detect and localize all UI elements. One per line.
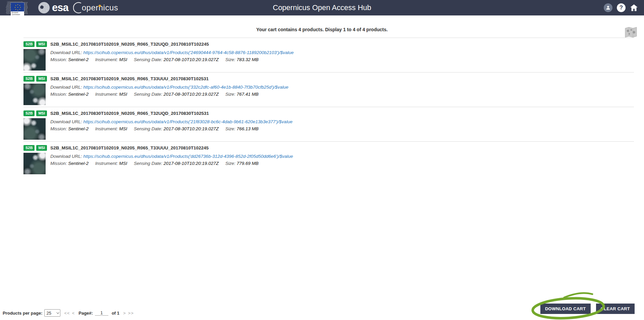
- question-mark-icon: ?: [620, 4, 623, 11]
- platform-badge: S2B: [23, 145, 35, 151]
- help-button[interactable]: ?: [617, 3, 626, 12]
- size-label: Size:: [225, 161, 235, 166]
- product-details: Download URL: https://scihub.copernicus.…: [50, 118, 292, 140]
- next-page-button[interactable]: >: [123, 311, 126, 316]
- product-details: Download URL: https://scihub.copernicus.…: [50, 153, 293, 174]
- product-header: S2B MSI S2B_MSIL1C_20170830T102019_N0205…: [23, 110, 634, 116]
- mission-value: Sentinel-2: [68, 92, 89, 97]
- instrument-label: Instrument:: [95, 161, 118, 166]
- download-url-label: Download URL:: [50, 85, 82, 90]
- instrument-badge: MSI: [36, 41, 47, 47]
- download-url-link[interactable]: https://scihub.copernicus.eu/dhus/odata/…: [83, 85, 288, 90]
- product-title: S2B_MSIL1C_20170810T102019_N0205_R065_T3…: [50, 145, 209, 150]
- platform-badge: S2B: [23, 41, 35, 47]
- page-title: Copernicus Open Access Hub: [273, 3, 371, 12]
- esa-logo-text: esa: [52, 2, 68, 14]
- sensing-date-label: Sensing Date:: [134, 57, 162, 62]
- cart-action-buttons: DOWNLOAD CART CLEAR CART: [540, 304, 635, 314]
- sensing-date-value: 2017-08-30T10:20:19.027Z: [164, 92, 219, 97]
- mission-value: Sentinel-2: [68, 161, 89, 166]
- product-title: S2B_MSIL1C_20170830T102019_N0205_R065_T3…: [50, 76, 209, 81]
- logo-group: European Commission esa opernicus: [6, 0, 118, 15]
- instrument-value: MSI: [119, 161, 127, 166]
- download-url-label: Download URL:: [50, 50, 82, 55]
- product-body: Download URL: https://scihub.copernicus.…: [23, 153, 634, 174]
- navbar-actions: ?: [604, 3, 638, 12]
- instrument-value: MSI: [119, 126, 127, 131]
- previous-page-button[interactable]: <: [72, 311, 75, 316]
- page-count-label: of 1: [112, 311, 119, 316]
- cart-summary-text: Your cart contains 4 products. Display 1…: [0, 15, 644, 32]
- instrument-value: MSI: [119, 92, 127, 97]
- sensing-date-label: Sensing Date:: [134, 126, 162, 131]
- home-icon: [630, 4, 638, 11]
- instrument-label: Instrument:: [95, 92, 118, 97]
- product-row: S2B MSI S2B_MSIL1C_20170830T102019_N0205…: [23, 107, 634, 141]
- page-number-input[interactable]: [95, 310, 108, 316]
- size-label: Size:: [225, 126, 235, 131]
- products-per-page-select[interactable]: 25: [44, 309, 60, 317]
- product-details: Download URL: https://scihub.copernicus.…: [50, 84, 288, 105]
- size-value: 779.69 MB: [236, 161, 258, 166]
- eu-logo-caption: European Commission: [11, 11, 24, 15]
- cart-footer: Products per page: 25 << < Page#: of 1 >…: [0, 303, 644, 320]
- size-label: Size:: [225, 92, 235, 97]
- mission-value: Sentinel-2: [68, 126, 89, 131]
- size-value: 767.41 MB: [236, 92, 258, 97]
- mission-value: Sentinel-2: [68, 57, 89, 62]
- download-cart-button[interactable]: DOWNLOAD CART: [540, 304, 591, 314]
- download-url-label: Download URL:: [50, 119, 82, 124]
- sensing-date-value: 2017-08-10T10:20:19.027Z: [164, 161, 219, 166]
- mission-label: Mission:: [50, 92, 67, 97]
- sensing-date-value: 2017-08-30T10:20:19.027Z: [164, 126, 219, 131]
- mission-label: Mission:: [50, 57, 67, 62]
- product-body: Download URL: https://scihub.copernicus.…: [23, 49, 634, 71]
- product-thumbnail: [23, 118, 46, 140]
- map-icon: [625, 27, 637, 38]
- page-number-label: Page#:: [78, 311, 93, 316]
- eu-stars-icon: [17, 7, 18, 8]
- product-details: Download URL: https://scihub.copernicus.…: [50, 49, 293, 71]
- product-thumbnail: [23, 153, 46, 174]
- european-commission-logo: European Commission: [6, 0, 32, 15]
- instrument-value: MSI: [119, 57, 127, 62]
- sensing-date-label: Sensing Date:: [134, 161, 162, 166]
- home-button[interactable]: [630, 4, 638, 11]
- user-icon: [605, 5, 611, 10]
- download-url-link[interactable]: https://scihub.copernicus.eu/dhus/odata/…: [83, 154, 293, 159]
- clear-cart-button[interactable]: CLEAR CART: [596, 304, 635, 314]
- download-url-label: Download URL:: [50, 154, 82, 159]
- products-per-page-label: Products per page:: [3, 311, 42, 316]
- pagination-controls: Products per page: 25 << < Page#: of 1 >…: [3, 309, 135, 317]
- esa-logo: esa: [38, 2, 68, 14]
- esa-globe-icon: [38, 2, 50, 13]
- first-page-button[interactable]: <<: [64, 311, 70, 316]
- instrument-badge: MSI: [36, 76, 47, 82]
- product-body: Download URL: https://scihub.copernicus.…: [23, 84, 634, 105]
- top-navbar: European Commission esa opernicus Copern…: [0, 0, 644, 15]
- download-url-link[interactable]: https://scihub.copernicus.eu/dhus/odata/…: [83, 119, 292, 124]
- chevron-down-icon: [57, 311, 59, 314]
- platform-badge: S2B: [23, 76, 35, 82]
- last-page-button[interactable]: >>: [128, 311, 134, 316]
- download-url-link[interactable]: https://scihub.copernicus.eu/dhus/odata/…: [83, 50, 293, 55]
- eu-flag: [11, 3, 24, 11]
- cart-page: Your cart contains 4 products. Display 1…: [0, 15, 644, 176]
- product-thumbnail: [23, 49, 46, 71]
- mission-label: Mission:: [50, 161, 67, 166]
- product-header: S2B MSI S2B_MSIL1C_20170810T102019_N0205…: [23, 145, 634, 151]
- map-view-button[interactable]: [625, 27, 637, 40]
- product-header: S2B MSI S2B_MSIL1C_20170810T102019_N0205…: [23, 41, 634, 47]
- sensing-date-value: 2017-08-10T10:20:19.027Z: [164, 57, 219, 62]
- user-profile-button[interactable]: [604, 3, 612, 12]
- instrument-badge: MSI: [36, 110, 47, 116]
- product-row: S2B MSI S2B_MSIL1C_20170810T102019_N0205…: [23, 141, 634, 176]
- size-value: 783.32 MB: [236, 57, 258, 62]
- size-label: Size:: [225, 57, 235, 62]
- product-body: Download URL: https://scihub.copernicus.…: [23, 118, 634, 140]
- product-title: S2B_MSIL1C_20170810T102019_N0205_R065_T3…: [50, 42, 209, 47]
- mission-label: Mission:: [50, 126, 67, 131]
- copernicus-logo: opernicus: [73, 2, 118, 14]
- copernicus-c-arc-icon: [73, 2, 82, 14]
- product-row: S2B MSI S2B_MSIL1C_20170810T102019_N0205…: [23, 38, 634, 72]
